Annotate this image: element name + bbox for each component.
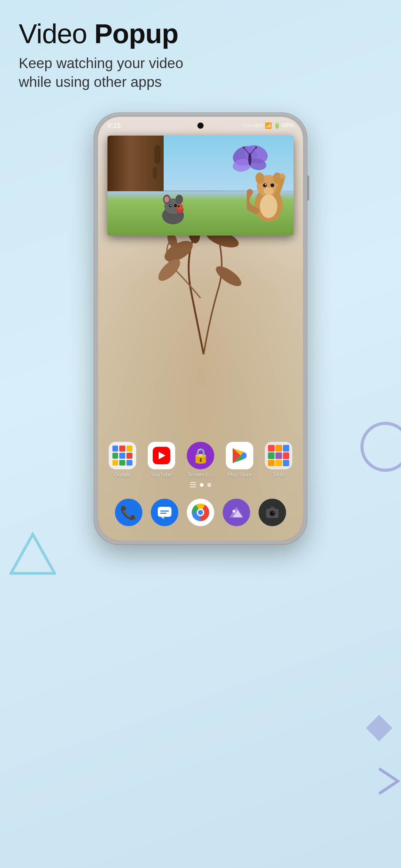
status-bar: 9:15 3.00 KB/S 📶 🔋 68% [98,117,303,134]
page-subtitle: Keep watching your video while using oth… [19,54,382,92]
video-popup[interactable] [107,135,294,236]
google-icon [109,442,136,469]
messages-icon [157,504,173,521]
title-bold: Popup [94,18,178,49]
camera-icon [264,504,280,521]
app-item-youtube[interactable]: YouTube [146,442,176,478]
chrome-icon [191,503,210,522]
svg-point-21 [263,183,267,187]
battery-percent: 68% [282,122,294,129]
app-label-tools: Tools [273,472,285,478]
phone-wrapper: 9:15 3.00 KB/S 📶 🔋 68% [0,113,401,544]
app-item-tools[interactable]: Tools [264,442,294,478]
svg-point-15 [243,147,244,148]
svg-point-33 [174,204,177,207]
playstore-icon [226,442,253,469]
status-icons: 3.00 KB/S 📶 🔋 68% [243,122,294,129]
youtube-play-triangle [159,452,166,459]
page-dot-lines [190,482,196,488]
svg-point-30 [175,195,183,204]
screenlock-icon: 🔒 [187,442,214,469]
svg-point-34 [170,205,171,206]
svg-rect-41 [160,513,166,514]
page-title: Video Popup [19,19,382,49]
app-label-google: Google [114,472,131,478]
gallery-icon [228,504,244,521]
svg-point-26 [260,194,277,218]
data-speed-label: 3.00 KB/S [243,123,263,128]
svg-point-4 [213,263,244,290]
app-grid: Google YouTube 🔒 Screen L. [98,442,303,478]
svg-point-31 [164,196,169,203]
header-section: Video Popup Keep watching your video whi… [0,0,401,101]
dock-phone[interactable]: 📞 [115,499,142,526]
dock-camera[interactable] [259,499,286,526]
svg-point-37 [178,205,179,207]
tools-icon [265,442,292,469]
status-time: 9:15 [107,122,121,130]
page-indicator [190,482,211,488]
app-item-playstore[interactable]: Play Store [225,442,255,478]
svg-rect-38 [158,507,171,517]
svg-marker-39 [161,517,165,519]
app-item-google[interactable]: Google [107,442,137,478]
title-plain: Video [19,18,94,49]
network-icon: 📶 [265,122,272,129]
page-dot-active [200,483,204,487]
phone-icon: 📞 [120,504,137,521]
dock-gallery[interactable] [223,499,250,526]
app-label-playstore: Play Store [227,472,252,478]
video-content [107,135,294,236]
svg-point-22 [270,183,274,187]
svg-point-52 [273,512,274,513]
scene-rat [157,191,189,229]
svg-point-24 [264,187,274,195]
dock-chrome[interactable] [187,499,214,526]
svg-point-25 [280,174,285,178]
svg-point-44 [198,510,203,515]
svg-point-47 [232,509,235,513]
svg-point-23 [265,184,266,185]
phone-device: 9:15 3.00 KB/S 📶 🔋 68% [94,113,307,544]
app-item-screenlock[interactable]: 🔒 Screen L... [186,442,215,478]
playstore-svg [231,447,248,464]
lock-emoji: 🔒 [192,447,209,464]
app-label-youtube: YouTube [151,472,172,478]
battery-icon: 🔋 [274,122,280,129]
svg-rect-40 [160,510,169,512]
page-dot-inactive [207,483,211,487]
phone-screen: 9:15 3.00 KB/S 📶 🔋 68% [98,117,303,540]
svg-point-19 [256,173,264,184]
scene-squirrel [247,161,291,228]
svg-point-16 [255,147,257,148]
youtube-icon [148,442,175,469]
deco-chevron [376,766,401,798]
app-label-screenlock: Screen L... [188,472,213,478]
deco-diamond [366,715,393,741]
dock: 📞 [104,494,297,531]
dock-messages[interactable] [151,499,178,526]
svg-point-36 [177,204,183,210]
svg-marker-49 [270,507,275,509]
youtube-play-button [153,447,170,464]
